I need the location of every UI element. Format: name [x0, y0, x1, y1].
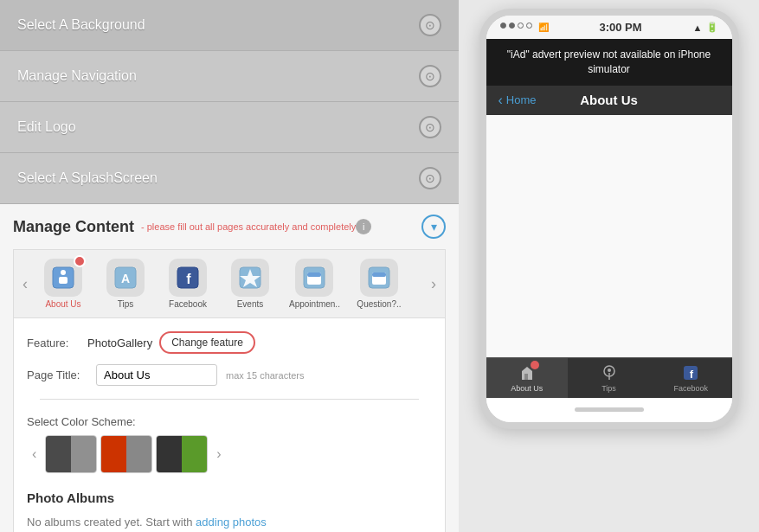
iphone-tab-about-us-alert [531, 361, 539, 369]
svg-point-18 [608, 369, 611, 372]
swatch-1-right [71, 436, 96, 472]
manage-content-note: - please fill out all pages accurately a… [141, 221, 356, 232]
iphone-page-title: About Us [580, 93, 638, 107]
iphone-home-indicator [486, 398, 732, 422]
tab-events-label: Events [237, 299, 264, 309]
accordion-label-splashscreen: Select A SplashScreen [17, 170, 158, 186]
svg-point-1 [61, 270, 66, 275]
manage-content-header: Manage Content - please fill out all pag… [13, 215, 446, 239]
svg-rect-11 [307, 272, 321, 277]
iphone-ad-banner: "iAd" advert preview not available on iP… [486, 39, 732, 86]
manage-content-title: Manage Content [13, 218, 134, 236]
info-icon[interactable]: i [356, 219, 371, 234]
accordion-label-background: Select A Background [17, 17, 145, 33]
swatches-prev-button[interactable]: ‹ [27, 443, 42, 465]
accordion-icon-splashscreen: ⊙ [419, 167, 441, 189]
tab-question[interactable]: Question?.. [349, 255, 409, 312]
accordion-select-splashscreen[interactable]: Select A SplashScreen ⊙ [0, 153, 459, 204]
accordion-icon-background: ⊙ [419, 14, 441, 36]
iphone-back-button[interactable]: ‹ Home [498, 93, 537, 108]
svg-text:f: f [186, 272, 191, 286]
tabs-prev-button[interactable]: ‹ [17, 272, 33, 297]
swatch-1-left [46, 436, 71, 472]
home-indicator-bar [575, 407, 644, 412]
signal-dot-3 [518, 22, 524, 29]
page-title-input[interactable] [96, 364, 217, 386]
tab-facebook-label: Facebook [169, 299, 207, 309]
iphone-tab-about-us-label: About Us [511, 384, 543, 393]
tab-icon-tips: A [106, 259, 145, 297]
tabs-container: ‹ About Us [13, 249, 446, 318]
manage-content-title-group: Manage Content - please fill out all pag… [13, 218, 371, 236]
color-swatches-row: ‹ › [27, 435, 432, 473]
swatch-3[interactable] [156, 435, 208, 473]
feature-value: PhotoGallery [87, 337, 152, 349]
adding-photos-link[interactable]: adding photos [196, 516, 267, 529]
content-body: Feature: PhotoGallery Change feature Pag… [13, 318, 446, 532]
tab-facebook[interactable]: f Facebook [158, 255, 218, 312]
accordion-edit-logo[interactable]: Edit Logo ⊙ [0, 102, 459, 153]
tab-tips[interactable]: A Tips [95, 255, 156, 312]
swatch-1[interactable] [45, 435, 97, 473]
swatch-2-right [126, 436, 151, 472]
color-scheme-section: Select Color Scheme: ‹ › [27, 415, 432, 473]
accordion-icon-navigation: ⊙ [419, 65, 441, 87]
svg-rect-15 [524, 374, 528, 380]
signal-dot-1 [500, 22, 506, 29]
tab-icon-question [360, 259, 398, 297]
tab-icon-events [231, 259, 269, 297]
signal-dot-4 [526, 22, 532, 29]
accordion-select-background[interactable]: Select A Background ⊙ [0, 0, 459, 51]
iphone-tab-facebook-label: Facebook [673, 384, 708, 393]
tab-icon-facebook: f [169, 259, 207, 297]
accordion-manage-navigation[interactable]: Manage Navigation ⊙ [0, 51, 459, 102]
iphone-tab-tips-label: Tips [601, 384, 616, 393]
color-scheme-label: Select Color Scheme: [27, 415, 432, 428]
page-title-row: Page Title: max 15 characters [27, 364, 432, 386]
svg-rect-14 [372, 272, 386, 277]
iphone-tab-icon-about-us [518, 363, 537, 382]
swatch-3-right [182, 436, 207, 472]
iphone-time: 3:00 PM [599, 21, 641, 34]
feature-row: Feature: PhotoGallery Change feature [27, 331, 432, 354]
svg-text:A: A [121, 272, 130, 285]
tab-events[interactable]: Events [220, 255, 280, 312]
photo-albums-section: Photo Albums No albums created yet. Star… [27, 486, 432, 532]
tab-about-us[interactable]: About Us [33, 255, 93, 312]
location-icon: ▲ [693, 22, 703, 33]
accordion-label-logo: Edit Logo [17, 119, 76, 135]
iphone-tab-facebook[interactable]: f Facebook [650, 358, 732, 398]
left-panel: Select A Background ⊙ Manage Navigation … [0, 0, 459, 532]
divider [40, 399, 419, 400]
iphone-status-bar: 📶 3:00 PM ▲ 🔋 [486, 16, 732, 39]
accordion-label-navigation: Manage Navigation [17, 68, 137, 84]
iphone-frame: 📶 3:00 PM ▲ 🔋 "iAd" advert preview not a… [479, 9, 739, 429]
iphone-tab-icon-facebook: f [681, 363, 700, 382]
accordion-icon-logo: ⊙ [419, 116, 441, 138]
manage-content-section: Manage Content - please fill out all pag… [0, 204, 459, 532]
swatch-2[interactable] [100, 435, 152, 473]
tab-appointments-label: Appointmen.. [289, 299, 340, 309]
iphone-tab-about-us[interactable]: About Us [486, 358, 569, 398]
tab-icon-about-us [44, 259, 82, 297]
max-chars-label: max 15 characters [226, 370, 304, 381]
tabs-next-button[interactable]: › [426, 272, 441, 297]
iphone-tab-icon-tips [600, 363, 619, 382]
page-title-label: Page Title: [27, 369, 87, 381]
iphone-tab-tips[interactable]: Tips [568, 358, 650, 398]
no-albums-text: No albums created yet. Start with adding… [27, 516, 432, 529]
tab-icon-appointments [295, 259, 333, 297]
tab-appointments[interactable]: Appointmen.. [282, 255, 347, 312]
iphone-status-right: ▲ 🔋 [693, 22, 718, 33]
tab-tips-label: Tips [118, 299, 134, 309]
manage-content-toggle[interactable]: ▾ [421, 215, 446, 239]
iphone-content [486, 115, 732, 357]
battery-icon: 🔋 [706, 22, 718, 33]
tab-about-us-alert [74, 255, 86, 267]
swatches-next-button[interactable]: › [211, 443, 226, 465]
tab-about-us-label: About Us [45, 299, 80, 309]
wifi-icon: 📶 [538, 22, 549, 32]
change-feature-button[interactable]: Change feature [159, 331, 255, 354]
svg-rect-2 [59, 277, 68, 284]
photo-albums-title: Photo Albums [27, 490, 432, 505]
